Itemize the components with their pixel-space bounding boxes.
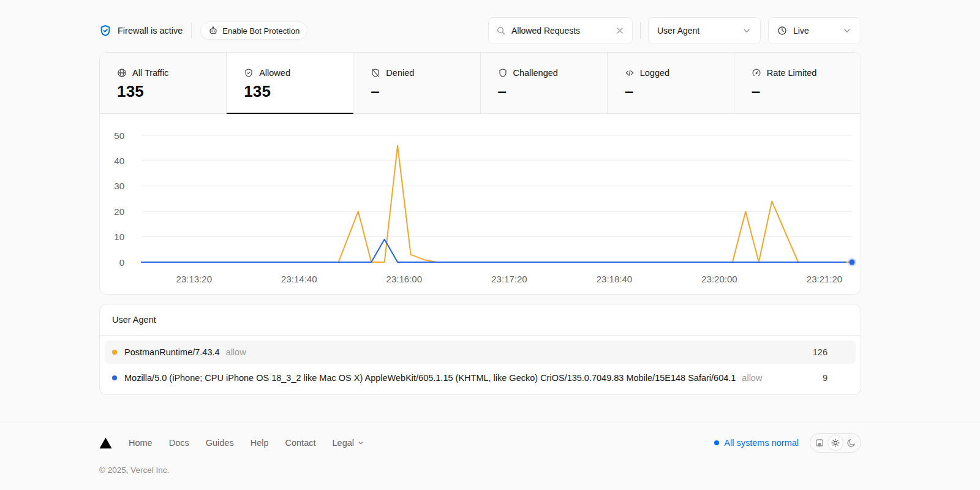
table-header: User Agent	[100, 304, 861, 336]
tab-value: –	[752, 82, 861, 101]
shield-off-icon	[371, 68, 380, 78]
table-row[interactable]: Mozilla/5.0 (iPhone; CPU iPhone OS 18_3_…	[105, 366, 856, 390]
globe-icon	[117, 68, 127, 78]
request-count: 9	[823, 373, 827, 383]
search-icon	[496, 26, 506, 36]
status-label: All systems normal	[724, 438, 799, 448]
search-input[interactable]	[511, 26, 609, 36]
copyright: © 2025, Vercel Inc.	[99, 466, 861, 475]
tab-value: 135	[117, 82, 226, 101]
divider	[640, 22, 641, 39]
filter-dropdown-value: User Agent	[657, 26, 736, 36]
divider	[191, 23, 192, 39]
user-agent-value: Mozilla/5.0 (iPhone; CPU iPhone OS 18_3_…	[124, 373, 736, 383]
clear-search-icon[interactable]	[615, 26, 625, 36]
user-agent-value: PostmanRuntime/7.43.4	[124, 347, 220, 357]
chevron-down-icon	[357, 439, 364, 447]
shield-check-icon	[99, 24, 111, 37]
svg-text:10: 10	[114, 232, 124, 242]
footer-link-help[interactable]: Help	[251, 438, 269, 448]
theme-toggle	[810, 433, 861, 453]
tab-value: –	[498, 82, 607, 101]
firewall-status-label: Firewall is active	[118, 26, 183, 36]
stats-tab-all-traffic[interactable]: All Traffic 135	[100, 53, 227, 114]
request-count: 126	[813, 347, 827, 357]
firewall-status: Firewall is active	[99, 24, 183, 37]
svg-text:23:16:00: 23:16:00	[386, 274, 422, 284]
svg-text:23:13:20: 23:13:20	[176, 274, 212, 284]
tab-label: Logged	[640, 68, 669, 78]
tab-label: Challenged	[513, 68, 558, 78]
table-row[interactable]: PostmanRuntime/7.43.4 allow 126	[105, 341, 856, 364]
clock-icon	[777, 26, 787, 36]
svg-text:0: 0	[119, 257, 124, 268]
stats-tab-challenged[interactable]: Challenged –	[481, 53, 608, 114]
user-agent-table: User Agent PostmanRuntime/7.43.4 allow 1…	[99, 304, 861, 395]
tab-label: All Traffic	[132, 68, 168, 78]
action-label: allow	[226, 347, 246, 357]
sun-icon[interactable]	[827, 435, 843, 451]
system-status-link[interactable]: All systems normal	[714, 438, 799, 448]
gauge-icon	[752, 68, 761, 78]
main-content: Firewall is active Enable Bot Protection…	[99, 17, 861, 395]
svg-text:23:18:40: 23:18:40	[597, 274, 632, 284]
svg-text:23:14:40: 23:14:40	[281, 274, 317, 284]
chevron-down-icon	[842, 26, 852, 36]
footer-link-legal[interactable]: Legal	[333, 438, 364, 448]
traffic-chart: 0102030405023:13:2023:14:4023:16:0023:17…	[100, 114, 861, 294]
chevron-down-icon	[742, 26, 752, 36]
moon-icon[interactable]	[843, 435, 859, 451]
footer-link-contact[interactable]: Contact	[285, 438, 316, 448]
footer: Home Docs Guides Help Contact Legal All …	[0, 423, 980, 490]
footer-link-guides[interactable]: Guides	[206, 438, 234, 448]
traffic-panel: All Traffic 135 Allowed 135 Denied – Cha…	[99, 52, 861, 295]
enable-bot-protection-label: Enable Bot Protection	[222, 26, 300, 36]
action-label: allow	[742, 373, 762, 383]
shield-icon	[498, 68, 508, 78]
topbar: Firewall is active Enable Bot Protection…	[99, 17, 861, 44]
tab-value: –	[625, 82, 734, 101]
filter-dropdown[interactable]: User Agent	[648, 17, 761, 44]
tab-value: –	[371, 82, 480, 101]
time-range-value: Live	[793, 26, 836, 36]
svg-text:20: 20	[114, 206, 124, 217]
svg-text:50: 50	[114, 130, 124, 141]
enable-bot-protection-button[interactable]: Enable Bot Protection	[200, 21, 307, 40]
row-menu-button[interactable]	[843, 350, 848, 355]
stats-tab-allowed[interactable]: Allowed 135	[227, 53, 353, 114]
series-color-dot	[112, 375, 117, 380]
search-box[interactable]	[488, 17, 633, 44]
stats-tab-rate-limited[interactable]: Rate Limited –	[734, 53, 861, 114]
svg-text:23:17:20: 23:17:20	[491, 274, 527, 284]
footer-link-home[interactable]: Home	[129, 438, 153, 448]
svg-text:40: 40	[114, 156, 124, 166]
tab-label: Rate Limited	[767, 68, 816, 78]
stats-tab-denied[interactable]: Denied –	[353, 53, 480, 114]
stats-tabs: All Traffic 135 Allowed 135 Denied – Cha…	[100, 53, 861, 114]
series-color-dot	[112, 350, 117, 355]
bot-icon	[208, 26, 218, 36]
tab-value: 135	[244, 82, 353, 101]
status-dot	[714, 440, 719, 445]
tab-label: Denied	[386, 68, 414, 78]
legal-label: Legal	[333, 438, 354, 448]
vercel-logo	[99, 437, 112, 449]
svg-text:23:21:20: 23:21:20	[807, 274, 842, 284]
system-theme-icon[interactable]	[812, 435, 827, 451]
svg-text:30: 30	[114, 181, 124, 191]
svg-text:23:20:00: 23:20:00	[701, 274, 737, 284]
stats-tab-logged[interactable]: Logged –	[608, 53, 734, 114]
row-menu-button[interactable]	[843, 375, 848, 380]
line-chart[interactable]: 0102030405023:13:2023:14:4023:16:0023:17…	[100, 114, 861, 294]
table-rows: PostmanRuntime/7.43.4 allow 126 Mozilla/…	[100, 336, 861, 394]
footer-link-docs[interactable]: Docs	[169, 438, 189, 448]
shield-check-icon	[244, 68, 254, 78]
code-icon	[625, 68, 635, 78]
time-range-dropdown[interactable]: Live	[768, 17, 861, 44]
tab-label: Allowed	[259, 68, 290, 78]
